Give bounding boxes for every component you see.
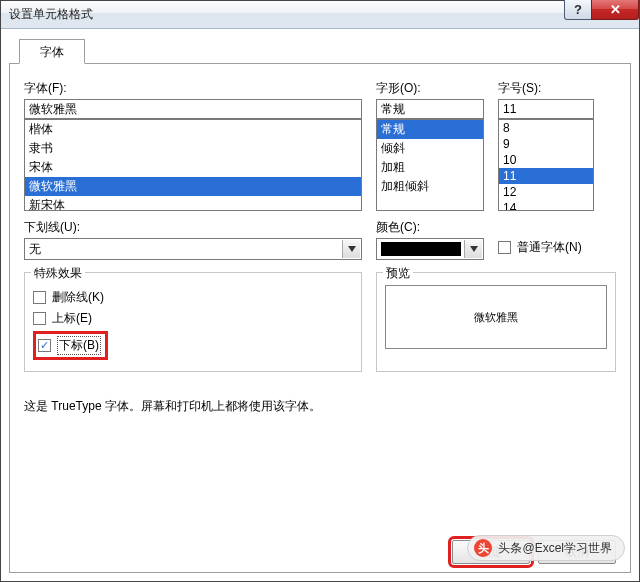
list-item[interactable]: 12	[499, 184, 593, 200]
list-item[interactable]: 微软雅黑	[25, 177, 361, 196]
preview-box: 微软雅黑	[385, 285, 607, 349]
list-item[interactable]: 倾斜	[377, 139, 483, 158]
list-item[interactable]: 加粗	[377, 158, 483, 177]
chevron-down-icon	[342, 240, 360, 258]
truetype-hint: 这是 TrueType 字体。屏幕和打印机上都将使用该字体。	[24, 398, 616, 415]
list-item[interactable]: 隶书	[25, 139, 361, 158]
list-item[interactable]: 10	[499, 152, 593, 168]
strikethrough-checkbox[interactable]: 删除线(K)	[33, 289, 353, 306]
list-item[interactable]: 宋体	[25, 158, 361, 177]
dialog-content: 字体 字体(F): 微软雅黑 楷体隶书宋体微软雅黑新宋体叶根友毛笔行书2.0版 …	[9, 39, 631, 573]
list-item[interactable]: 8	[499, 120, 593, 136]
size-label: 字号(S):	[498, 80, 594, 97]
tab-font[interactable]: 字体	[19, 39, 85, 64]
tabstrip: 字体	[9, 39, 631, 63]
format-cells-dialog: 设置单元格格式 ? ✕ 字体 字体(F): 微软雅黑 楷体隶书宋体微软雅黑新宋体…	[0, 0, 640, 582]
list-item[interactable]: 加粗倾斜	[377, 177, 483, 196]
watermark: 头 头条@Excel学习世界	[467, 535, 625, 561]
list-item[interactable]: 新宋体	[25, 196, 361, 211]
list-item[interactable]: 14	[499, 200, 593, 211]
font-input[interactable]: 微软雅黑	[24, 99, 362, 119]
watermark-logo-icon: 头	[474, 539, 492, 557]
superscript-checkbox[interactable]: 上标(E)	[33, 310, 353, 327]
tab-panel-font: 字体(F): 微软雅黑 楷体隶书宋体微软雅黑新宋体叶根友毛笔行书2.0版 字形(…	[9, 63, 631, 573]
checkbox-icon	[38, 339, 51, 352]
effects-legend: 特殊效果	[31, 265, 85, 282]
size-listbox[interactable]: 8910111214	[498, 119, 594, 211]
list-item[interactable]: 11	[499, 168, 593, 184]
underline-label: 下划线(U):	[24, 219, 362, 236]
subscript-checkbox[interactable]: 下标(B)	[38, 336, 101, 355]
checkbox-icon	[33, 291, 46, 304]
list-item[interactable]: 9	[499, 136, 593, 152]
window-title: 设置单元格格式	[9, 6, 93, 23]
color-label: 颜色(C):	[376, 219, 484, 236]
normal-font-checkbox[interactable]: 普通字体(N)	[498, 239, 608, 256]
subscript-highlight: 下标(B)	[33, 331, 108, 360]
style-listbox[interactable]: 常规倾斜加粗加粗倾斜	[376, 119, 484, 211]
checkbox-icon	[498, 241, 511, 254]
style-label: 字形(O):	[376, 80, 484, 97]
underline-combo[interactable]: 无	[24, 238, 362, 260]
list-item[interactable]: 楷体	[25, 120, 361, 139]
chevron-down-icon	[464, 240, 482, 258]
font-label: 字体(F):	[24, 80, 362, 97]
style-input[interactable]: 常规	[376, 99, 484, 119]
checkbox-icon	[33, 312, 46, 325]
close-button[interactable]: ✕	[591, 0, 639, 20]
list-item[interactable]: 常规	[377, 120, 483, 139]
titlebar: 设置单元格格式 ? ✕	[1, 1, 639, 29]
size-input[interactable]: 11	[498, 99, 594, 119]
color-swatch	[381, 242, 461, 256]
preview-text: 微软雅黑	[474, 310, 518, 325]
font-listbox[interactable]: 楷体隶书宋体微软雅黑新宋体叶根友毛笔行书2.0版	[24, 119, 362, 211]
preview-group: 预览 微软雅黑	[376, 272, 616, 372]
effects-group: 特殊效果 删除线(K) 上标(E) 下标(B)	[24, 272, 362, 372]
window-buttons: ? ✕	[565, 0, 639, 20]
help-button[interactable]: ?	[564, 0, 592, 20]
preview-legend: 预览	[383, 265, 413, 282]
color-combo[interactable]	[376, 238, 484, 260]
